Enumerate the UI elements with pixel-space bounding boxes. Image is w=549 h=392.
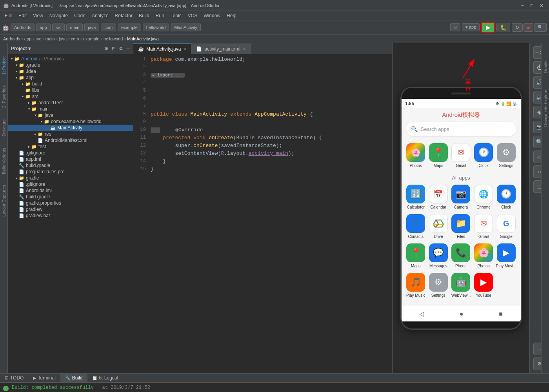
- bc-main[interactable]: main: [45, 36, 55, 41]
- tree-buildgradle2[interactable]: 🔧 build.gradle: [8, 194, 133, 200]
- app-photos-top[interactable]: 🌸 Photos: [405, 141, 427, 170]
- tree-gradlewbat[interactable]: 📄 gradlew.bat: [8, 212, 133, 219]
- lvtab-build-variants[interactable]: Build Variants: [1, 146, 7, 176]
- tree-src[interactable]: ▾ 📁 src: [8, 93, 133, 100]
- breadcrumb-app[interactable]: app: [36, 24, 50, 31]
- app-webview[interactable]: 🤖 WebView...: [450, 270, 473, 300]
- tree-gradle-folder[interactable]: ▸ 📁 gradle: [8, 175, 133, 181]
- close-button[interactable]: ✕: [537, 3, 546, 8]
- app-maps[interactable]: 📍 Maps: [405, 241, 427, 270]
- tree-package[interactable]: ▾ 📁 com.example.helloworld: [8, 118, 133, 125]
- toolbar-back-button[interactable]: ◁: [450, 23, 460, 31]
- tab-xml-close-icon[interactable]: ✕: [243, 47, 246, 51]
- app-youtube[interactable]: ▶ YouTube: [472, 270, 495, 300]
- app-clock-top[interactable]: 🕐 Clock: [472, 141, 495, 170]
- sidebar-settings-icon[interactable]: ⚙: [119, 46, 123, 51]
- tree-mainactivity[interactable]: ☕ MainActivity: [8, 125, 133, 131]
- tree-gitignore2[interactable]: 📄 .gitignore: [8, 181, 133, 187]
- tab-close-icon[interactable]: ✕: [183, 47, 186, 51]
- breadcrumb-main[interactable]: main: [66, 24, 83, 31]
- tree-androidtest[interactable]: ▸ 📁 androidTest: [8, 100, 133, 106]
- tree-main[interactable]: ▾ 📁 main: [8, 106, 133, 112]
- breadcrumb-androids[interactable]: Androids: [11, 24, 35, 31]
- tree-androidsiml[interactable]: 📄 Androids.iml: [8, 187, 133, 194]
- app-playmovies[interactable]: ▶ Play Movi...: [495, 241, 518, 270]
- app-calendar[interactable]: 📅 Calendar: [427, 182, 450, 212]
- sidebar-project-label[interactable]: Project ▾: [11, 46, 31, 51]
- bc-mainactivity-file[interactable]: MainActivity.java: [127, 36, 159, 41]
- app-files[interactable]: 📁 Files: [450, 212, 473, 241]
- menu-item-window[interactable]: Window: [200, 12, 224, 19]
- tree-manifest[interactable]: 📄 AndroidManifest.xml: [8, 137, 133, 143]
- app-gmail-top[interactable]: ✉ Gmail: [450, 141, 473, 170]
- tree-proguard[interactable]: 📄 proguard-rules.pro: [8, 169, 133, 175]
- tree-idea[interactable]: ▸ 📁 .idea: [8, 68, 133, 74]
- menu-item-help[interactable]: Help: [224, 12, 240, 19]
- menu-item-navigate[interactable]: Navigate: [46, 12, 71, 19]
- nav-recent-btn[interactable]: ■: [499, 310, 503, 318]
- app-settings-top[interactable]: ⚙ Settings: [495, 141, 518, 170]
- tree-root[interactable]: ▾ 📁 Androids I:\Androids: [8, 56, 133, 62]
- breadcrumb-java[interactable]: java: [84, 24, 99, 31]
- menu-item-refactor[interactable]: Refactor: [112, 12, 136, 19]
- menu-item-code[interactable]: Code: [71, 12, 89, 19]
- app-calculator[interactable]: 🔢 Calculator: [405, 182, 427, 212]
- tree-test[interactable]: ▸ 📁 test: [8, 143, 133, 150]
- lvtab-favorites[interactable]: 2: Favorites: [1, 84, 7, 109]
- tab-terminal[interactable]: ▶ Terminal: [28, 374, 60, 382]
- tab-build[interactable]: 🔧 Build: [60, 374, 87, 382]
- menu-item-analyze[interactable]: Analyze: [89, 12, 112, 19]
- tree-gradleprops[interactable]: 📄 gradle.properties: [8, 200, 133, 206]
- tree-build[interactable]: ▸ 📁 build: [8, 81, 133, 87]
- app-settings2[interactable]: ⚙ Settings: [427, 270, 450, 300]
- menu-item-build[interactable]: Build: [136, 12, 153, 19]
- tab-mainactivity[interactable]: ☕ MainActivity.java ✕: [133, 44, 191, 54]
- run-button[interactable]: ▶: [481, 22, 495, 33]
- search-icon[interactable]: 🔍: [534, 23, 547, 32]
- app-gmail2[interactable]: ✉ Gmail: [472, 212, 495, 241]
- sidebar-sync-icon[interactable]: ⚙: [104, 46, 109, 51]
- tree-libs[interactable]: 📁 libs: [8, 87, 133, 93]
- sidebar-close-icon[interactable]: ─: [126, 46, 130, 51]
- breadcrumb-example[interactable]: example: [118, 24, 141, 31]
- minimize-button[interactable]: ─: [518, 3, 527, 8]
- app-chrome[interactable]: 🌐 Chrome: [472, 182, 495, 212]
- tree-java[interactable]: ▾ 📁 java: [8, 112, 133, 118]
- app-camera[interactable]: 📷 Camera: [450, 182, 473, 212]
- bc-helloworld[interactable]: helloworld: [104, 36, 123, 41]
- nav-back-btn[interactable]: ◁: [419, 310, 424, 318]
- tree-gradle[interactable]: ▾ 📁 .gradle: [8, 62, 133, 68]
- breadcrumb-mainactivity[interactable]: MainActivity: [171, 24, 201, 31]
- app-phone[interactable]: 📞 Phone: [450, 241, 473, 270]
- tab-activity-xml[interactable]: 📄 activity_main.xml ✕: [191, 44, 251, 54]
- menu-item-edit[interactable]: Edit: [15, 12, 30, 19]
- sidebar-collapse-icon[interactable]: ⊟: [112, 46, 116, 51]
- tree-buildgradle1[interactable]: 🔧 build.gradle: [8, 162, 133, 169]
- maximize-button[interactable]: □: [528, 3, 536, 8]
- app-photos2[interactable]: 🌸 Photos: [472, 241, 495, 270]
- vtab-device-explorer[interactable]: Device File Explorer: [542, 87, 549, 128]
- app-maps-top[interactable]: 📍 Maps: [427, 141, 450, 170]
- breadcrumb-com[interactable]: com: [101, 24, 116, 31]
- sync-icon[interactable]: ↻: [512, 23, 523, 32]
- app-contacts[interactable]: 👤 Contacts: [405, 212, 427, 241]
- bc-src[interactable]: src: [36, 36, 42, 41]
- breadcrumb-helloworld[interactable]: helloworld: [143, 24, 169, 31]
- stop-icon[interactable]: ■: [524, 23, 533, 32]
- menu-item-run[interactable]: Run: [153, 12, 167, 19]
- code-editor[interactable]: 1 package com.example.helloworld; 2 3 ▸ …: [133, 54, 392, 373]
- tree-appiml[interactable]: 📄 app.iml: [8, 156, 133, 162]
- menu-item-file[interactable]: File: [2, 12, 15, 19]
- breadcrumb-src[interactable]: src: [52, 24, 65, 31]
- app-drive[interactable]: Drive: [427, 212, 450, 241]
- tab-logcat[interactable]: 📋 6: Logcat: [87, 374, 123, 382]
- bc-com[interactable]: com: [71, 36, 79, 41]
- lvtab-project[interactable]: 1: Project: [1, 55, 7, 76]
- bc-java[interactable]: java: [59, 36, 67, 41]
- tab-todo[interactable]: ☑ TODO: [0, 374, 28, 382]
- app-selector[interactable]: ▾ app: [462, 23, 480, 31]
- app-clock[interactable]: 🕐 Clock: [495, 182, 518, 212]
- debug-button[interactable]: 🐛: [496, 23, 510, 32]
- menu-item-tools[interactable]: Tools: [167, 12, 185, 19]
- app-google[interactable]: G Google: [495, 212, 518, 241]
